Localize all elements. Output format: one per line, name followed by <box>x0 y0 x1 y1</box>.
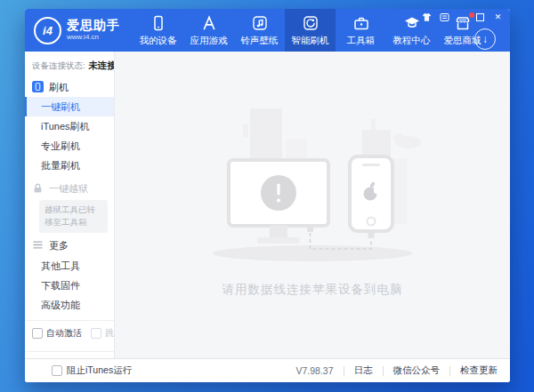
footer-separator <box>344 366 344 376</box>
music-icon <box>251 14 269 32</box>
sidebar-group-more[interactable]: 更多 <box>25 236 114 256</box>
log-link[interactable]: 日志 <box>354 364 373 377</box>
status-bar: 阻止iTunes运行 V7.98.37 日志 微信公众号 检查更新 <box>25 358 510 382</box>
check-update-link[interactable]: 检查更新 <box>460 364 498 377</box>
app-site-url: www.i4.cn <box>67 34 120 42</box>
tab-ringtones-wallpapers[interactable]: 铃声壁纸 <box>234 9 285 52</box>
sidebar: 设备连接状态: 未连接 刷机 一键刷机 iTunes刷机 专业刷机 批量刷机 <box>25 52 115 358</box>
flash-phone-icon <box>32 81 44 94</box>
skin-theme-icon[interactable] <box>422 12 432 22</box>
app-title: 爱思助手 <box>67 19 120 32</box>
device-status-value: 未连接 <box>88 60 115 70</box>
checkbox-icon <box>91 328 101 339</box>
sidebar-item-download-firmware[interactable]: 下载固件 <box>25 276 114 295</box>
appstore-icon <box>200 14 218 32</box>
download-manager-button[interactable]: ↓ <box>474 28 496 50</box>
checkbox-icon <box>32 328 43 339</box>
checkbox-icon <box>52 365 62 376</box>
connect-device-message: 请用数据线连接苹果设备到电脑 <box>222 282 403 298</box>
window-controls: ✕ <box>422 12 503 22</box>
app-logo: i4 爱思助手 www.i4.cn <box>25 9 120 52</box>
phone-icon <box>150 14 167 32</box>
sidebar-group-flash[interactable]: 刷机 <box>25 77 114 97</box>
sidebar-item-batch-flash[interactable]: 批量刷机 <box>25 156 114 175</box>
tab-toolbox[interactable]: 工具箱 <box>336 9 386 52</box>
auto-activate-checkbox[interactable]: 自动激活 <box>32 327 82 340</box>
graduation-icon <box>403 14 421 32</box>
block-itunes-checkbox[interactable]: 阻止iTunes运行 <box>52 364 132 377</box>
sidebar-item-itunes-flash[interactable]: iTunes刷机 <box>25 116 114 136</box>
app-window: i4 爱思助手 www.i4.cn 我的设备 <box>25 9 510 382</box>
title-bar: i4 爱思助手 www.i4.cn 我的设备 <box>25 9 510 52</box>
footer-separator <box>449 366 450 376</box>
flash-options-row: 自动激活 跳过向导 <box>25 321 114 346</box>
connect-device-illustration <box>197 108 428 276</box>
i4-logo-icon: i4 <box>34 17 61 44</box>
lock-icon <box>32 182 44 196</box>
connection-status-block: 未连接设备 请用数据线将苹果设备连接到你的电脑 <box>25 352 114 359</box>
wechat-official-account-link[interactable]: 微信公众号 <box>393 364 441 377</box>
close-button[interactable]: ✕ <box>493 12 503 22</box>
sidebar-item-pro-flash[interactable]: 专业刷机 <box>25 136 114 156</box>
minimize-button[interactable] <box>457 12 467 22</box>
menu-lines-icon <box>32 239 44 252</box>
tab-apps-games[interactable]: 应用游戏 <box>183 9 234 52</box>
footer-separator <box>383 366 384 376</box>
maximize-button[interactable] <box>475 12 485 22</box>
sidebar-item-one-click-flash[interactable]: 一键刷机 <box>25 97 114 116</box>
tab-my-device[interactable]: 我的设备 <box>133 9 183 52</box>
flash-icon <box>302 14 320 32</box>
main-menu-icon[interactable] <box>440 12 449 22</box>
skip-wizard-checkbox[interactable]: 跳过向导 <box>91 327 115 340</box>
device-status-row: 设备连接状态: 未连接 <box>25 52 114 77</box>
sidebar-group-jailbreak: 一键越狱 <box>25 179 114 198</box>
main-content: 请用数据线连接苹果设备到电脑 <box>115 52 510 358</box>
device-status-label: 设备连接状态: <box>32 60 85 70</box>
sidebar-item-other-tools[interactable]: 其他工具 <box>25 256 114 276</box>
toolbox-icon <box>352 14 370 32</box>
tab-smart-flash[interactable]: 智能刷机 <box>285 9 336 52</box>
sidebar-item-advanced-features[interactable]: 高级功能 <box>25 295 114 315</box>
version-label: V7.98.37 <box>295 365 333 376</box>
jailbreak-moved-note: 越狱工具已转移至工具箱 <box>39 200 108 233</box>
